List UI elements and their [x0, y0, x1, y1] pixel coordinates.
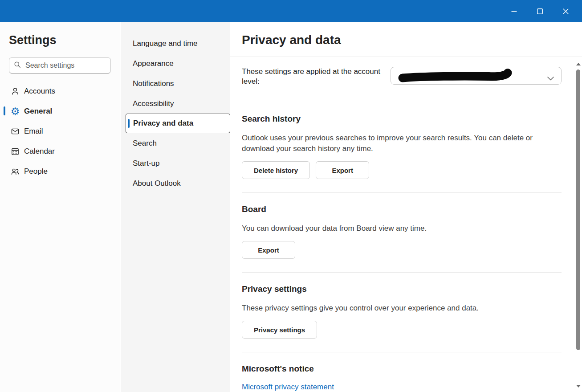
- close-icon: [563, 8, 569, 14]
- envelope-icon: [10, 126, 20, 137]
- page-title: Privacy and data: [242, 33, 570, 47]
- section-body: These privacy settings give you control …: [242, 303, 558, 314]
- section-privacy-settings: Privacy settings These privacy settings …: [242, 284, 562, 352]
- sidebar-item-calendar[interactable]: Calendar: [0, 141, 120, 161]
- search-icon: [14, 61, 21, 70]
- people-icon: [10, 166, 20, 177]
- sidebar-nav: Accounts ⚙︎ General Email Calendar: [0, 81, 120, 181]
- subnav-item-notifications[interactable]: Notifications: [121, 74, 230, 94]
- sidebar-item-accounts[interactable]: Accounts: [0, 81, 120, 101]
- subnav-item-search[interactable]: Search: [121, 133, 230, 153]
- vertical-scrollbar[interactable]: [575, 57, 582, 392]
- sidebar-item-email[interactable]: Email: [0, 121, 120, 141]
- chevron-down-icon: [547, 74, 554, 82]
- settings-sidebar: Settings Accounts ⚙︎ General Email: [0, 22, 120, 392]
- subnav-item-appearance[interactable]: Appearance: [121, 53, 230, 74]
- search-settings-input[interactable]: [24, 61, 106, 70]
- delete-history-button[interactable]: Delete history: [242, 161, 310, 179]
- sidebar-item-label: Accounts: [24, 87, 55, 96]
- window-controls: [501, 0, 578, 22]
- sidebar-item-people[interactable]: People: [0, 161, 120, 181]
- section-board: Board You can download your data from Bo…: [242, 204, 562, 273]
- subnav-item-privacy-and-data[interactable]: Privacy and data: [126, 114, 230, 133]
- gear-icon: ⚙︎: [10, 106, 20, 117]
- privacy-and-data-panel: Privacy and data These settings are appl…: [230, 22, 582, 392]
- scroll-up-icon[interactable]: [576, 63, 581, 65]
- settings-title: Settings: [9, 33, 120, 47]
- privacy-settings-button[interactable]: Privacy settings: [242, 321, 317, 339]
- subnav-item-start-up[interactable]: Start-up: [121, 153, 230, 173]
- person-icon: [10, 86, 20, 97]
- section-heading: Privacy settings: [242, 284, 562, 294]
- export-search-history-button[interactable]: Export: [316, 161, 369, 179]
- minimize-icon: [511, 8, 517, 14]
- maximize-icon: [537, 8, 543, 14]
- account-scope-row: These settings are applied at the accoun…: [242, 67, 562, 86]
- scroll-down-icon[interactable]: [576, 385, 581, 388]
- sidebar-item-label: Email: [24, 127, 43, 136]
- sidebar-item-general[interactable]: ⚙︎ General: [0, 101, 120, 121]
- general-subnav: Language and time Appearance Notificatio…: [121, 22, 230, 392]
- account-scope-label: These settings are applied at the accoun…: [242, 67, 390, 86]
- section-heading: Microsoft's notice: [242, 364, 562, 374]
- section-heading: Search history: [242, 114, 562, 124]
- scrollbar-thumb[interactable]: [576, 69, 580, 350]
- section-body: You can download your data from Board vi…: [242, 223, 558, 234]
- sidebar-item-label: General: [24, 107, 52, 116]
- section-heading: Board: [242, 204, 562, 214]
- search-settings-box[interactable]: [9, 57, 111, 74]
- close-button[interactable]: [553, 0, 578, 22]
- subnav-item-accessibility[interactable]: Accessibility: [121, 94, 230, 114]
- maximize-button[interactable]: [527, 0, 553, 22]
- microsoft-privacy-statement-link[interactable]: Microsoft privacy statement: [242, 383, 334, 392]
- redacted-account-value: [396, 68, 515, 84]
- selection-indicator: [128, 119, 130, 128]
- sidebar-item-label: Calendar: [24, 147, 55, 156]
- subnav-item-language-and-time[interactable]: Language and time: [121, 33, 230, 53]
- minimize-button[interactable]: [501, 0, 527, 22]
- sidebar-item-label: People: [24, 167, 48, 176]
- subnav-item-about-outlook[interactable]: About Outlook: [121, 173, 230, 193]
- calendar-icon: [10, 146, 20, 157]
- account-select-dropdown[interactable]: [391, 67, 562, 85]
- selection-indicator: [4, 106, 5, 115]
- panel-header: Privacy and data: [230, 22, 582, 57]
- section-body: Outlook uses your previous searches to i…: [242, 133, 558, 154]
- title-bar: [0, 0, 582, 22]
- section-search-history: Search history Outlook uses your previou…: [242, 114, 562, 193]
- export-board-button[interactable]: Export: [242, 241, 295, 259]
- section-microsofts-notice: Microsoft's notice Microsoft privacy sta…: [242, 364, 562, 392]
